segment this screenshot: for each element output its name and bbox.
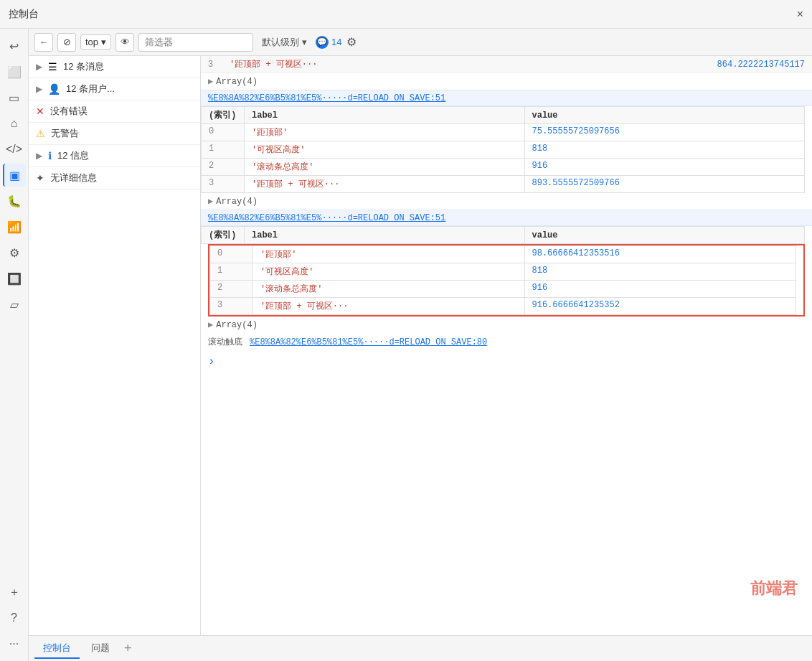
array-label-3: Array(4) [216,320,258,330]
sidebar-icon-more[interactable]: ··· [3,632,26,655]
array-row-3[interactable]: ▶ Array(4) [201,317,812,333]
sidebar-icon-layers[interactable]: ▱ [3,293,26,316]
sidebar-icon-elements[interactable]: ⬜ [3,60,26,83]
scroll-bottom-link[interactable]: %E8%8A%82%E6%B5%81%E5%·····d=RELOAD_ON_S… [250,337,487,347]
expand-icon-info: ▶ [36,151,42,161]
filter-input[interactable] [138,33,253,52]
sidebar-icons: ↩ ⬜ ▭ ⌂ </> ▣ 🐛 📶 ⚙ 🔲 ▱ ＋ ? ··· [0,29,29,661]
warning-icon: ⚠ [36,128,45,139]
array-label-2: Array(4) [216,197,258,207]
close-button[interactable]: × [797,8,803,21]
t2r1-label: '可视区高度' [253,263,525,281]
sidebar-icon-chip[interactable]: 🔲 [3,267,26,290]
sidebar-icon-back[interactable]: ↩ [3,34,26,57]
arrow-icon: › [208,355,215,368]
table1-col-index: (索引) [202,107,245,124]
msg-item-debug-text: 无详细信息 [50,172,97,184]
t2r3-value: 916.6666641235352 [524,298,796,315]
array-row-2[interactable]: ▶ Array(4) [201,193,812,210]
msg-item-info[interactable]: ▶ ℹ 12 信息 [29,145,200,167]
first-value: 864.2222213745117 [717,60,805,70]
eye-button[interactable]: 👁 [115,33,134,52]
table2: 0 '距顶部' 98.66666412353516 1 '可视区高度' 818 [209,245,796,315]
t1r3-index: 3 [202,176,245,193]
user-icon: 👤 [48,83,60,95]
msg-item-error[interactable]: ✕ 没有错误 [29,100,200,123]
array-expand-icon-1: ▶ [208,76,213,87]
console-body: ▶ ☰ 12 条消息 ▶ 👤 12 条用户... ✕ 没有错误 ⚠ [29,56,812,635]
table2-link[interactable]: %E8%8A%82%E6%B5%81%E5%·····d=RELOAD_ON_S… [208,213,445,223]
sidebar-icon-console[interactable]: ▣ [3,164,26,187]
t1r0-label: '距顶部' [245,124,525,141]
t2r2-index: 2 [210,281,253,298]
msg-count: 💬 14 [316,36,341,49]
level-chevron: ▾ [302,37,307,47]
tab-issues[interactable]: 问题 [82,639,118,659]
settings-button[interactable]: ⚙ [346,35,357,49]
console-toolbar: ← ⊘ top ▾ 👁 默认级别 ▾ 💬 14 ⚙ [29,29,812,56]
sidebar-icon-wifi[interactable]: 📶 [3,215,26,238]
table1-link-row: %E8%8A%82%E6%B5%81%E5%·····d=RELOAD_ON_S… [201,90,812,106]
table-row: 0 '距顶部' 75.55555725097656 [202,124,805,141]
dropdown-chevron: ▾ [101,37,106,47]
msg-item-warning[interactable]: ⚠ 无警告 [29,123,200,145]
table2-header: (索引) label value [201,226,805,244]
expand-icon-user: ▶ [36,84,42,94]
t1r0-value: 75.55555725097656 [524,124,805,141]
t2r1-index: 1 [210,263,253,281]
table-row: 2 '滚动条总高度' 916 [202,159,805,176]
first-num: 3 [208,60,230,70]
sidebar-icon-home[interactable]: ⌂ [3,112,26,135]
table1-link[interactable]: %E8%8A%82%E6%B5%81%E5%·····d=RELOAD_ON_S… [208,93,445,103]
msg-item-messages[interactable]: ▶ ☰ 12 条消息 [29,56,200,78]
msg-item-text: 12 条消息 [63,60,104,73]
info-icon: ℹ [48,150,52,161]
msg-item-debug[interactable]: ✦ 无详细信息 [29,167,200,189]
highlight-box: 0 '距顶部' 98.66666412353516 1 '可视区高度' 818 [208,244,805,317]
app-container: 控制台 × ↩ ⬜ ▭ ⌂ </> ▣ 🐛 📶 ⚙ 🔲 ▱ ＋ ? ··· ← … [0,0,812,661]
tab-console[interactable]: 控制台 [34,639,80,659]
msg-item-warning-text: 无警告 [51,127,79,140]
msg-count-value: 14 [331,37,341,47]
msg-list: ▶ ☰ 12 条消息 ▶ 👤 12 条用户... ✕ 没有错误 ⚠ [29,56,201,635]
scroll-bottom-label: 滚动触底 [208,336,242,348]
t1r1-label: '可视区高度' [245,141,525,159]
t1r0-index: 0 [202,124,245,141]
sidebar-icon-help[interactable]: ? [3,606,26,629]
t1r2-index: 2 [202,159,245,176]
t2r0-index: 0 [210,246,253,263]
table-row: 1 '可视区高度' 818 [210,263,796,281]
table-row: 3 '距顶部 + 可视区··· 916.6666641235352 [210,298,796,315]
first-link[interactable]: '距顶部 + 可视区··· [230,58,717,70]
top-dropdown[interactable]: top ▾ [80,34,111,50]
table2-col-label: label [245,227,525,244]
sidebar-icon-bug[interactable]: 🐛 [3,189,26,212]
sidebar-icon-add[interactable]: ＋ [3,581,26,604]
sidebar-icon-square[interactable]: ▭ [3,86,26,109]
t1r2-label: '滚动条总高度' [245,159,525,176]
table-row: 2 '滚动条总高度' 916 [210,281,796,298]
array-expand-icon-3: ▶ [208,319,213,330]
table-row: 3 '距顶部 + 可视区··· 893.5555572509766 [202,176,805,193]
array-label-1: Array(4) [216,77,258,87]
t2r2-label: '滚动条总高度' [253,281,525,298]
t1r3-value: 893.5555572509766 [524,176,805,193]
table1: (索引) label value 0 '距顶部' 75.555557250976… [201,106,805,193]
clear-button[interactable]: ⊘ [57,33,76,52]
msg-item-user[interactable]: ▶ 👤 12 条用户... [29,78,200,100]
expand-icon: ▶ [36,62,42,72]
t2r3-index: 3 [210,298,253,315]
sidebar-icon-settings-2[interactable]: ⚙ [3,241,26,264]
back-button[interactable]: ← [34,33,53,52]
title-bar-title: 控制台 [9,8,39,21]
sidebar-icon-code[interactable]: </> [3,138,26,161]
debug-icon: ✦ [36,172,44,184]
t2r2-value: 916 [524,281,796,298]
table1-col-label: label [245,107,525,124]
level-dropdown[interactable]: 默认级别 ▾ [258,34,311,50]
table2-link-row: %E8%8A%82%E6%B5%81%E5%·····d=RELOAD_ON_S… [201,210,812,226]
array-row-1[interactable]: ▶ Array(4) [201,73,812,90]
arrow-row: › [201,351,812,372]
console-output[interactable]: 3 '距顶部 + 可视区··· 864.2222213745117 ▶ Arra… [201,56,812,635]
add-tab-button[interactable]: + [124,641,132,656]
